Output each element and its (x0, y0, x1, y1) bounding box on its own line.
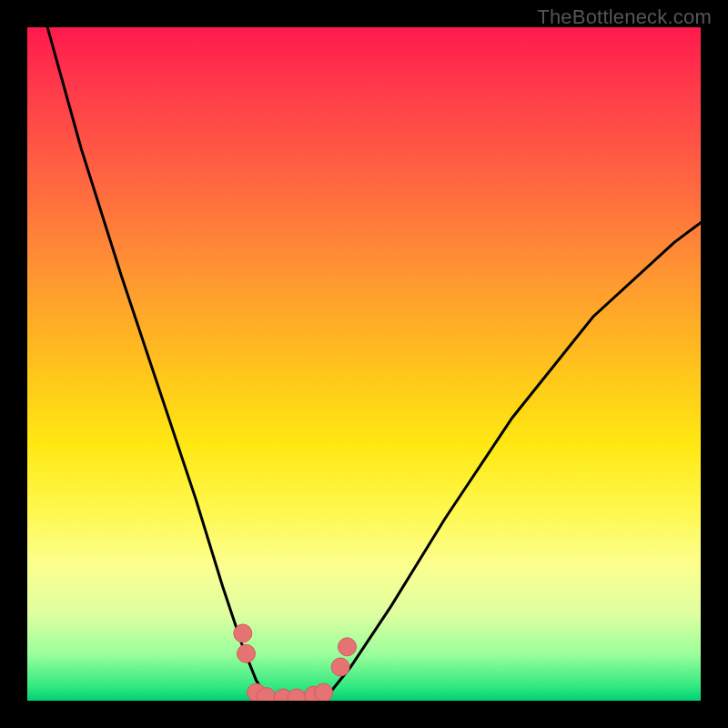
dot-left-upper (234, 624, 252, 642)
dot-right-lower (331, 658, 349, 676)
bottleneck-curve-svg (27, 27, 701, 701)
dot-valley-c2 (288, 689, 306, 701)
watermark-text: TheBottleneck.com (537, 5, 712, 29)
dot-valley-r2 (315, 683, 333, 701)
marker-group (234, 624, 357, 701)
plot-area (27, 27, 701, 701)
chart-frame: TheBottleneck.com (0, 0, 728, 728)
curve-right-branch (324, 223, 701, 701)
dot-left-lower (238, 644, 256, 662)
curve-group (47, 27, 701, 701)
curve-left-branch (47, 27, 269, 701)
dot-right-upper (339, 638, 357, 656)
